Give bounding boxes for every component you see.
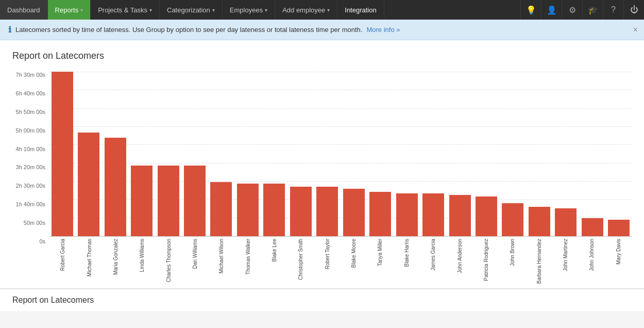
logout-icon[interactable]: ⏻ xyxy=(623,0,644,20)
x-label-wrapper: Maria Gonzalez xyxy=(103,239,129,275)
bar xyxy=(396,193,418,236)
nav-integration[interactable]: Integration xyxy=(337,0,384,20)
bar xyxy=(608,220,630,236)
x-axis-label: Dan Williams xyxy=(192,239,198,269)
bar-wrapper[interactable] xyxy=(606,72,632,236)
bar-wrapper[interactable] xyxy=(49,72,75,236)
employees-label: Employees xyxy=(230,6,263,14)
x-label-wrapper: Christopher Smith xyxy=(287,239,314,280)
x-label-wrapper: Patricia Rodriguez xyxy=(473,239,499,281)
bar-wrapper[interactable] xyxy=(420,72,446,236)
x-axis-label: Mary Davis xyxy=(616,239,621,265)
lightbulb-icon[interactable]: 💡 xyxy=(520,0,541,20)
bar-wrapper[interactable] xyxy=(182,72,207,236)
y-axis-label: 1h 40m 00s xyxy=(16,201,45,207)
x-axis-label: John Johnson xyxy=(589,239,595,271)
integration-label: Integration xyxy=(345,6,376,14)
x-label-wrapper: John Anderson xyxy=(446,239,472,273)
bar xyxy=(369,192,391,236)
x-axis-label: James Garcia xyxy=(430,239,436,271)
bar-wrapper[interactable] xyxy=(129,72,154,236)
y-axis-label: 5h 00m 00s xyxy=(16,127,45,134)
main-content: Report on Latecomers 7h 30m 00s6h 40m 00… xyxy=(0,40,644,288)
help-icon[interactable]: ? xyxy=(603,0,623,20)
x-label-wrapper: John Martinez xyxy=(552,239,579,271)
x-label-wrapper: Blake Moore xyxy=(341,239,367,268)
bar xyxy=(290,187,312,236)
bar xyxy=(131,166,152,236)
reports-label: Reports xyxy=(55,6,79,14)
dashboard-label: Dashboard xyxy=(7,6,40,14)
employees-chevron-icon: ▾ xyxy=(265,7,267,13)
bar-wrapper[interactable] xyxy=(553,72,579,236)
y-axis-label: 7h 30m 00s xyxy=(16,72,45,78)
x-axis-label: John Martinez xyxy=(563,239,568,271)
bar-wrapper[interactable] xyxy=(367,72,393,236)
x-axis-label: Blake Harris xyxy=(404,239,410,267)
chart-container: 7h 30m 00s6h 40m 00s5h 50m 00s5h 00m 00s… xyxy=(12,72,632,278)
x-label-wrapper: John Brown xyxy=(499,239,526,266)
bar-wrapper[interactable] xyxy=(235,72,260,236)
y-axis-label: 3h 20m 00s xyxy=(16,164,45,170)
bar xyxy=(237,184,259,236)
nav-projects[interactable]: Projects & Tasks ▾ xyxy=(91,0,160,20)
nav-reports[interactable]: Reports ▾ xyxy=(48,0,91,20)
x-label-wrapper: Charles Thompson xyxy=(155,239,181,282)
settings-icon[interactable]: ⚙ xyxy=(562,0,582,20)
bars-row xyxy=(49,72,632,237)
nav-dashboard[interactable]: Dashboard xyxy=(0,0,48,20)
bar xyxy=(343,189,365,237)
x-label-wrapper: Blake Lee xyxy=(261,239,287,261)
bar xyxy=(502,203,523,236)
bar-wrapper[interactable] xyxy=(394,72,419,236)
bar xyxy=(158,166,179,236)
nav-add-employee[interactable]: Add employee ▾ xyxy=(275,0,337,20)
nav-employees[interactable]: Employees ▾ xyxy=(223,0,275,20)
navbar: Dashboard Reports ▾ Projects & Tasks ▾ C… xyxy=(0,0,644,20)
bar xyxy=(52,72,73,236)
bar-wrapper[interactable] xyxy=(341,72,366,236)
x-label-wrapper: Linda Williams xyxy=(129,239,155,272)
bottom-section: Report on Latecomers xyxy=(0,288,644,311)
bar-wrapper[interactable] xyxy=(315,72,340,236)
bar-wrapper[interactable] xyxy=(288,72,313,236)
graduation-icon[interactable]: 🎓 xyxy=(582,0,603,20)
bar-wrapper[interactable] xyxy=(500,72,526,236)
x-axis-label: Blake Lee xyxy=(272,239,277,261)
bar xyxy=(105,138,126,236)
nav-icon-group: 💡 👤 ⚙ 🎓 ? ⏻ xyxy=(520,0,644,20)
y-axis-label: 50m 00s xyxy=(24,220,45,226)
bar-wrapper[interactable] xyxy=(527,72,552,236)
x-axis-label: Maria Gonzalez xyxy=(113,239,118,275)
bar xyxy=(422,193,444,236)
y-axis-label: 5h 50m 00s xyxy=(16,109,45,115)
bar-wrapper[interactable] xyxy=(103,72,128,236)
close-banner-button[interactable]: × xyxy=(633,25,638,35)
x-label-wrapper: Dan Williams xyxy=(182,239,208,269)
x-label-wrapper: Blake Harris xyxy=(394,239,420,267)
bar-wrapper[interactable] xyxy=(262,72,287,236)
y-axis-label: 6h 40m 00s xyxy=(16,90,45,96)
x-label-wrapper: Michael Thomas xyxy=(76,239,102,276)
more-info-link[interactable]: More info » xyxy=(366,26,400,34)
x-label-wrapper: Mary Davis xyxy=(605,239,632,265)
x-axis-label: Robert Garcia xyxy=(60,239,65,271)
categorization-label: Categorization xyxy=(167,6,210,14)
y-axis-label: 2h 30m 00s xyxy=(16,183,45,189)
x-label-wrapper: Michael Wilson xyxy=(208,239,234,273)
bar-wrapper[interactable] xyxy=(447,72,472,236)
bar-wrapper[interactable] xyxy=(580,72,605,236)
y-axis-label: 0s xyxy=(39,238,45,244)
bar-wrapper[interactable] xyxy=(156,72,181,236)
x-axis-label: Christopher Smith xyxy=(298,239,303,280)
x-label-wrapper: Thomas Walker xyxy=(235,239,261,275)
x-axis-label: Patricia Rodriguez xyxy=(483,239,489,281)
bar-wrapper[interactable] xyxy=(209,72,234,236)
user-icon[interactable]: 👤 xyxy=(541,0,562,20)
x-axis-label: John Anderson xyxy=(457,239,463,273)
nav-categorization[interactable]: Categorization ▾ xyxy=(160,0,223,20)
info-icon: ℹ xyxy=(8,25,11,35)
x-axis-label: Robert Taylor xyxy=(325,239,330,269)
bar-wrapper[interactable] xyxy=(473,72,499,236)
bar-wrapper[interactable] xyxy=(76,72,101,236)
